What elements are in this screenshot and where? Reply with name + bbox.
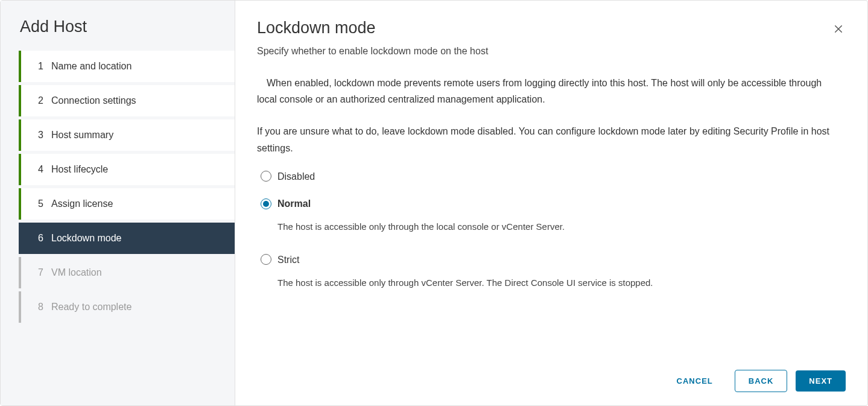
lockdown-radio-group: Disabled Normal The host is accessible o… bbox=[257, 166, 840, 299]
wizard-step-connection-settings[interactable]: 2 Connection settings bbox=[19, 85, 235, 116]
wizard-step-number: 4 bbox=[38, 164, 51, 175]
wizard-step-number: 6 bbox=[38, 233, 51, 244]
wizard-step-number: 2 bbox=[38, 95, 51, 106]
radio-label-disabled: Disabled bbox=[277, 168, 315, 185]
wizard-step-host-lifecycle[interactable]: 4 Host lifecycle bbox=[19, 154, 235, 185]
wizard-step-label: Host lifecycle bbox=[51, 164, 108, 175]
wizard-step-label: VM location bbox=[51, 267, 102, 278]
wizard-step-lockdown-mode[interactable]: 6 Lockdown mode bbox=[19, 223, 235, 254]
close-icon bbox=[833, 24, 844, 36]
hint-paragraph: If you are unsure what to do, leave lock… bbox=[257, 123, 840, 156]
wizard-footer: CANCEL BACK NEXT bbox=[257, 359, 846, 392]
radio-option-disabled[interactable]: Disabled bbox=[257, 166, 840, 187]
wizard-step-label: Lockdown mode bbox=[51, 233, 122, 244]
wizard-step-number: 7 bbox=[38, 267, 51, 278]
back-button[interactable]: BACK bbox=[735, 370, 788, 392]
content-title: Lockdown mode bbox=[257, 19, 846, 37]
radio-label-strict: Strict bbox=[277, 252, 299, 268]
wizard-step-vm-location: 7 VM location bbox=[19, 257, 235, 288]
wizard-step-ready-complete: 8 Ready to complete bbox=[19, 291, 235, 323]
wizard-step-number: 1 bbox=[38, 61, 51, 72]
wizard-step-number: 8 bbox=[38, 302, 51, 312]
wizard-step-assign-license[interactable]: 5 Assign license bbox=[19, 188, 235, 220]
wizard-step-number: 3 bbox=[38, 130, 51, 141]
next-button[interactable]: NEXT bbox=[796, 370, 846, 392]
radio-option-normal[interactable]: Normal bbox=[257, 193, 840, 214]
radio-icon bbox=[261, 254, 271, 265]
wizard-container: Add Host 1 Name and location 2 Connectio… bbox=[0, 0, 868, 406]
radio-description-strict: The host is accessible only through vCen… bbox=[257, 275, 840, 291]
wizard-sidebar: Add Host 1 Name and location 2 Connectio… bbox=[1, 1, 235, 405]
wizard-step-label: Name and location bbox=[51, 61, 131, 72]
content-subtitle: Specify whether to enable lockdown mode … bbox=[257, 46, 846, 57]
radio-icon-checked bbox=[261, 198, 271, 209]
radio-description-normal: The host is accessible only through the … bbox=[257, 219, 840, 235]
wizard-title: Add Host bbox=[1, 1, 235, 51]
wizard-step-number: 5 bbox=[38, 198, 51, 209]
content-body: When enabled, lockdown mode prevents rem… bbox=[257, 75, 846, 359]
wizard-step-label: Host summary bbox=[51, 130, 113, 141]
wizard-content: Lockdown mode Specify whether to enable … bbox=[235, 1, 867, 405]
radio-icon bbox=[261, 171, 271, 182]
radio-option-strict[interactable]: Strict bbox=[257, 249, 840, 270]
wizard-step-label: Assign license bbox=[51, 198, 113, 209]
wizard-steps: 1 Name and location 2 Connection setting… bbox=[1, 51, 235, 323]
wizard-step-name-location[interactable]: 1 Name and location bbox=[19, 51, 235, 82]
wizard-step-label: Ready to complete bbox=[51, 302, 131, 312]
close-button[interactable] bbox=[831, 22, 846, 37]
radio-label-normal: Normal bbox=[277, 195, 311, 212]
wizard-step-label: Connection settings bbox=[51, 95, 136, 106]
cancel-button[interactable]: CANCEL bbox=[664, 370, 726, 392]
wizard-step-host-summary[interactable]: 3 Host summary bbox=[19, 119, 235, 151]
intro-paragraph: When enabled, lockdown mode prevents rem… bbox=[257, 75, 840, 107]
